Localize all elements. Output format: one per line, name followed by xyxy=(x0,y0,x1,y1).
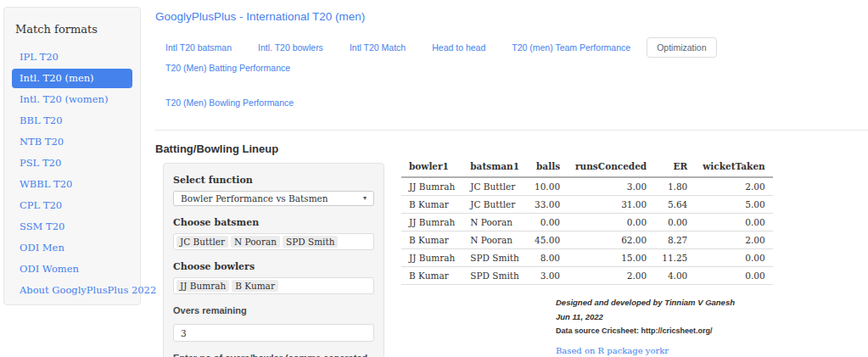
table-row: JJ BumrahJC Buttler10.003.001.802.00 xyxy=(401,177,773,196)
table-cell: 0.00 xyxy=(527,214,568,231)
table-cell: 8.27 xyxy=(654,231,695,249)
date-line: Jun 11, 2022 xyxy=(556,312,773,321)
selected-player-tag[interactable]: JC Buttler xyxy=(176,236,228,248)
page-title: GooglyPlusPlus - International T20 (men) xyxy=(155,0,868,23)
table-cell: SPD Smith xyxy=(462,267,527,285)
column-header: balls xyxy=(527,158,568,177)
sidebar-item[interactable]: PSL T20 xyxy=(12,153,132,173)
batsmen-input[interactable]: JC ButtlerN PooranSPD Smith xyxy=(173,233,374,250)
table-cell: 0.00 xyxy=(568,214,654,231)
sidebar-item[interactable]: CPL T20 xyxy=(12,196,132,215)
choose-bowlers-group: Choose bowlers JJ BumrahB Kumar xyxy=(173,261,374,294)
table-cell: SPD Smith xyxy=(462,249,527,267)
tab-intl-t20-bowlers[interactable]: Intl. T20 bowlers xyxy=(248,37,333,58)
sidebar-item[interactable]: ODI Women xyxy=(12,259,132,279)
tab-optimization[interactable]: Optimization xyxy=(647,37,716,58)
table-cell: 33.00 xyxy=(527,196,568,214)
tab-bar: Intl T20 batsmanIntl. T20 bowlersIntl T2… xyxy=(155,37,868,131)
match-formats-sidebar: Match formats IPL T20Intl. T20 (men)Intl… xyxy=(3,7,141,305)
form-panel: Select function Bowler Performance vs Ba… xyxy=(163,163,384,357)
results-table: bowler1batsman1ballsrunsConcededERwicket… xyxy=(401,158,773,285)
table-cell: JC Buttler xyxy=(462,196,527,214)
sidebar-item[interactable]: Intl. T20 (women) xyxy=(12,90,132,109)
table-cell: 0.00 xyxy=(695,214,772,231)
sidebar-item[interactable]: ODI Men xyxy=(12,238,132,258)
selected-player-tag[interactable]: JJ Bumrah xyxy=(176,280,229,292)
column-header: runsConceded xyxy=(568,158,654,177)
table-cell: JJ Bumrah xyxy=(401,249,462,267)
main-area: GooglyPlusPlus - International T20 (men)… xyxy=(155,0,868,357)
table-cell: N Pooran xyxy=(462,231,527,249)
table-cell: 31.00 xyxy=(568,196,654,214)
datasource-line: Data source Cricsheet: http://cricsheet.… xyxy=(556,326,773,335)
column-header: bowler1 xyxy=(401,158,462,177)
table-cell: 0.00 xyxy=(695,249,772,267)
sidebar-item[interactable]: IPL T20 xyxy=(12,47,132,67)
selected-player-tag[interactable]: B Kumar xyxy=(232,280,278,292)
tab-intl-t20-match[interactable]: Intl T20 Match xyxy=(339,37,416,58)
yorkr-link[interactable]: Based on R package yorkr xyxy=(556,346,669,355)
dropdown-caret-icon: ▾ xyxy=(363,195,367,202)
select-function-label: Select function xyxy=(173,175,374,186)
bowlers-input[interactable]: JJ BumrahB Kumar xyxy=(173,277,374,294)
sidebar-item[interactable]: WBBL T20 xyxy=(12,175,132,194)
footer-credits: Designed and developed by Tinniam V Gane… xyxy=(556,298,773,357)
table-cell: 0.00 xyxy=(654,214,695,231)
table-cell: 15.00 xyxy=(568,249,654,267)
tab-t20-men-bowling-performance[interactable]: T20 (Men) Bowling Performance xyxy=(155,92,304,113)
sidebar-title: Match formats xyxy=(15,23,132,36)
tab-t20-men-batting-performance[interactable]: T20 (Men) Batting Performance xyxy=(155,58,300,78)
results-column: bowler1batsman1ballsrunsConcededERwicket… xyxy=(401,131,773,357)
table-row: B KumarN Pooran45.0062.008.272.00 xyxy=(401,231,773,249)
sidebar-item[interactable]: About GooglyPlusPlus 2022 xyxy=(12,281,132,300)
column-header: wicketTaken xyxy=(695,158,772,177)
sidebar-item[interactable]: Intl. T20 (men) xyxy=(12,69,132,88)
overs-per-bowler-group: Enter no of overs/bowler (comma separate… xyxy=(173,353,374,357)
tab-row-break xyxy=(155,78,868,92)
table-cell: B Kumar xyxy=(401,196,462,214)
table-row: JJ BumrahSPD Smith8.0015.0011.250.00 xyxy=(401,249,773,267)
choose-bowlers-label: Choose bowlers xyxy=(173,261,374,272)
table-cell: 4.00 xyxy=(654,267,695,285)
table-cell: 62.00 xyxy=(568,231,654,249)
table-row: JJ BumrahN Pooran0.000.000.000.00 xyxy=(401,214,773,231)
table-cell: B Kumar xyxy=(401,267,462,285)
table-cell: 2.00 xyxy=(568,267,654,285)
table-cell: 2.00 xyxy=(695,231,772,249)
sidebar-item[interactable]: SSM T20 xyxy=(12,217,132,237)
table-row: B KumarJC Buttler33.0031.005.645.00 xyxy=(401,196,773,214)
table-cell: 11.25 xyxy=(654,249,695,267)
table-cell: N Pooran xyxy=(462,214,527,231)
table-cell: 8.00 xyxy=(527,249,568,267)
sidebar-item[interactable]: BBL T20 xyxy=(12,111,132,131)
tab-t20-men-team-performance[interactable]: T20 (men) Team Performance xyxy=(501,37,641,58)
sidebar-item[interactable]: NTB T20 xyxy=(12,132,132,152)
table-cell: 0.00 xyxy=(695,267,772,285)
tab-intl-t20-batsman[interactable]: Intl T20 batsman xyxy=(155,37,242,58)
column-header: ER xyxy=(654,158,695,177)
choose-batsmen-label: Choose batsmen xyxy=(173,217,374,228)
table-cell: 10.00 xyxy=(527,177,568,196)
choose-batsmen-group: Choose batsmen JC ButtlerN PooranSPD Smi… xyxy=(173,217,374,250)
function-select-value: Bowler Performance vs Batsmen xyxy=(181,193,328,204)
optimization-content: Batting/Bowling Lineup Select function B… xyxy=(155,131,868,357)
section-title: Batting/Bowling Lineup xyxy=(155,142,384,155)
table-cell: 45.00 xyxy=(527,231,568,249)
table-row: B KumarSPD Smith3.002.004.000.00 xyxy=(401,267,773,285)
column-header: batsman1 xyxy=(462,158,527,177)
table-cell: JJ Bumrah xyxy=(401,214,462,231)
overs-remaining-label: Overs remaining xyxy=(173,305,374,315)
table-cell: 2.00 xyxy=(695,177,772,196)
table-cell: JC Buttler xyxy=(462,177,527,196)
tab-head-to-head[interactable]: Head to head xyxy=(422,37,496,58)
table-cell: 3.00 xyxy=(568,177,654,196)
function-select[interactable]: Bowler Performance vs Batsmen ▾ xyxy=(173,191,374,206)
table-cell: B Kumar xyxy=(401,231,462,249)
overs-remaining-input[interactable] xyxy=(173,324,374,342)
overs-per-bowler-label: Enter no of overs/bowler (comma separate… xyxy=(173,353,374,357)
table-cell: 3.00 xyxy=(527,267,568,285)
selected-player-tag[interactable]: SPD Smith xyxy=(283,236,339,248)
overs-remaining-group: Overs remaining xyxy=(173,305,374,342)
selected-player-tag[interactable]: N Pooran xyxy=(231,236,280,248)
table-cell: 1.80 xyxy=(654,177,695,196)
